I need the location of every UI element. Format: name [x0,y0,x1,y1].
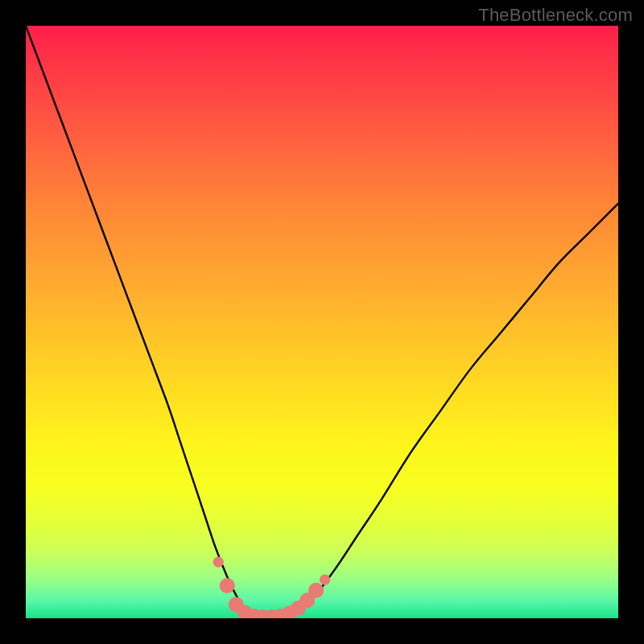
minimum-markers [213,556,331,618]
chart-frame: TheBottleneck.com [0,0,644,644]
minimum-marker [220,578,235,593]
minimum-marker [213,556,224,567]
plot-area [26,26,618,618]
bottleneck-curve [26,26,618,618]
watermark-text: TheBottleneck.com [478,5,633,26]
minimum-marker [308,583,324,598]
minimum-marker [320,575,330,585]
curve-layer [26,26,618,618]
